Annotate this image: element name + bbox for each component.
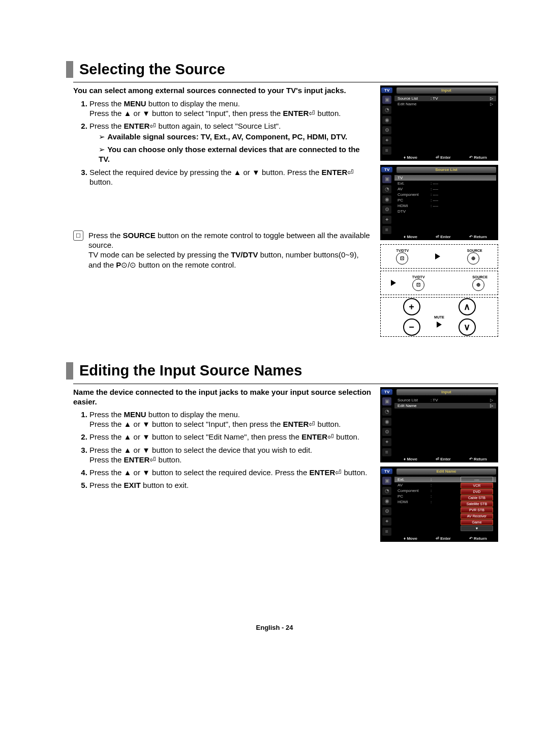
step-1: Press the MENU button to display the men… — [89, 99, 372, 118]
section2-intro: Name the device connected to the input j… — [73, 387, 372, 406]
s2-step-1: Press the MENU button to display the men… — [89, 410, 372, 429]
remote-icon: ☐ — [73, 230, 83, 241]
section1-intro: You can select among external sources co… — [73, 85, 372, 95]
s2-step-3: Press the ▲ or ▼ button to select the de… — [89, 445, 372, 464]
step2-sub2: You can choose only those external devic… — [99, 144, 372, 164]
arrow-right-icon — [391, 280, 396, 286]
arrow-right-icon — [435, 253, 440, 259]
osd-input: TV Input ▣◔◉⚙✦≡ Source List: TV▷ Edit Na… — [380, 85, 498, 161]
section2-steps: Press the MENU button to display the men… — [73, 410, 372, 490]
remote-note: ☐ Press the SOURCE button on the remote … — [73, 230, 372, 270]
step-2: Press the ENTER⏎ button again, to select… — [89, 121, 372, 164]
remote-diagram-1: TV/DTV⊡ SOURCE⊕ — [380, 244, 498, 269]
arrow-right-icon — [437, 322, 442, 328]
remote-diagram-3: + − MUTE ∧ ∨ — [380, 297, 498, 337]
osd-side-icons: ▣◔◉⚙✦≡ — [382, 96, 391, 155]
manual-page: Selecting the Source You can select amon… — [0, 0, 549, 756]
section2-screens: TV Input ▣◔◉⚙✦≡ Source List: TV▷ Edit Na… — [380, 387, 498, 546]
osd-edit-name: TV Edit Name ▣◔◉⚙✦≡ Ext.: AV: Component:… — [380, 467, 498, 542]
remote-diagram-2: TV/DTV⊡ SOURCE⊕ — [380, 271, 498, 295]
section2-text: Name the device connected to the input j… — [73, 387, 372, 546]
divider — [73, 384, 498, 384]
s2-step-2: Press the ▲ or ▼ button to select "Edit … — [89, 432, 372, 442]
divider — [73, 82, 498, 82]
step-3: Select the required device by pressing t… — [89, 167, 372, 187]
page-footer: English - 24 — [0, 624, 549, 631]
osd-source-list: TV Source List ▣◔◉⚙✦≡ TV Ext.: ---- AV: … — [380, 165, 498, 240]
s2-step-5: Press the EXIT button to exit. — [89, 480, 372, 490]
step2-sub1: Available signal sources: TV, Ext., AV, … — [99, 132, 372, 141]
section1-text: You can select among external sources co… — [73, 85, 372, 337]
section-title-editing-names: Editing the Input Source Names — [66, 362, 498, 379]
section-title-selecting-source: Selecting the Source — [66, 61, 498, 78]
section1-screens: TV Input ▣◔◉⚙✦≡ Source List: TV▷ Edit Na… — [380, 85, 498, 337]
s2-step-4: Press the ▲ or ▼ button to select the re… — [89, 468, 372, 477]
section1-steps: Press the MENU button to display the men… — [73, 99, 372, 187]
osd-input-2: TV Input ▣◔◉⚙✦≡ Source List: TV▷ Edit Na… — [380, 387, 498, 462]
